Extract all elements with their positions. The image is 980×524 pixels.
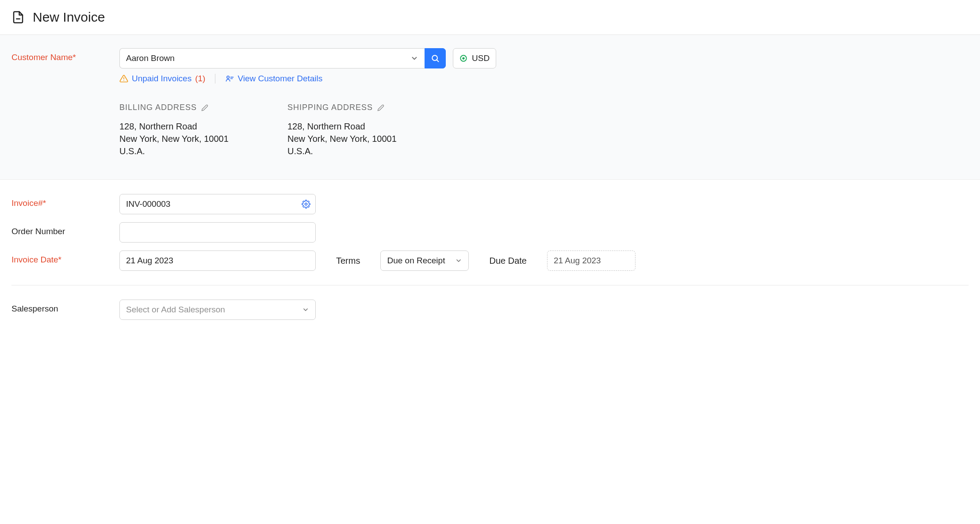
customer-name-label: Customer Name*	[11, 48, 119, 62]
terms-select[interactable]: Due on Receipt	[380, 251, 469, 271]
due-date-value: 21 Aug 2023	[554, 256, 601, 266]
due-date-label: Due Date	[489, 256, 527, 266]
billing-address-block: BILLING ADDRESS 128, Northern Road New Y…	[119, 103, 261, 157]
salesperson-label: Salesperson	[11, 300, 119, 314]
terms-value: Due on Receipt	[387, 256, 451, 266]
search-icon	[431, 54, 440, 63]
billing-line3: U.S.A.	[119, 145, 261, 157]
shipping-line1: 128, Northern Road	[287, 120, 429, 133]
gear-icon[interactable]	[301, 199, 311, 209]
invoice-details-section: Invoice#* Order Number Invoice Date* Ter…	[0, 180, 980, 338]
salesperson-select[interactable]: Select or Add Salesperson	[119, 300, 316, 320]
svg-point-4	[462, 57, 464, 59]
separator	[215, 74, 215, 84]
invoice-number-label: Invoice#*	[11, 194, 119, 208]
invoice-file-icon	[11, 11, 25, 24]
billing-line1: 128, Northern Road	[119, 120, 261, 133]
salesperson-placeholder: Select or Add Salesperson	[126, 305, 302, 315]
user-details-icon	[225, 74, 234, 83]
currency-selector[interactable]: USD	[453, 48, 496, 68]
chevron-down-icon	[302, 306, 309, 313]
shipping-line2: New York, New York, 10001	[287, 133, 429, 145]
unpaid-invoices-count: (1)	[195, 74, 205, 84]
svg-line-2	[437, 60, 439, 62]
billing-address-heading: BILLING ADDRESS	[119, 103, 197, 112]
customer-section: Customer Name* Aaron Brown	[0, 35, 980, 180]
currency-dot-icon	[459, 54, 467, 62]
edit-icon[interactable]	[377, 104, 384, 111]
invoice-number-input[interactable]	[119, 194, 316, 214]
view-customer-details-link[interactable]: View Customer Details	[225, 74, 322, 84]
page-title: New Invoice	[33, 10, 105, 25]
terms-label: Terms	[336, 256, 360, 266]
order-number-label: Order Number	[11, 222, 119, 236]
svg-point-7	[227, 76, 229, 78]
divider	[11, 285, 969, 285]
warning-icon	[119, 74, 128, 83]
shipping-address-heading: SHIPPING ADDRESS	[287, 103, 373, 112]
unpaid-invoices-link[interactable]: Unpaid Invoices (1)	[119, 74, 205, 84]
customer-name-select[interactable]: Aaron Brown	[119, 48, 425, 68]
billing-line2: New York, New York, 10001	[119, 133, 261, 145]
due-date-display[interactable]: 21 Aug 2023	[547, 251, 635, 271]
edit-icon[interactable]	[201, 104, 208, 111]
customer-search-button[interactable]	[425, 48, 446, 68]
view-customer-details-text: View Customer Details	[237, 74, 322, 84]
unpaid-invoices-text: Unpaid Invoices	[132, 74, 191, 84]
invoice-date-label: Invoice Date*	[11, 251, 119, 265]
chevron-down-icon	[455, 257, 462, 264]
invoice-date-input[interactable]	[119, 251, 316, 271]
currency-code: USD	[472, 53, 490, 63]
order-number-input[interactable]	[119, 222, 316, 243]
chevron-down-icon	[410, 54, 418, 62]
shipping-line3: U.S.A.	[287, 145, 429, 157]
svg-point-10	[305, 203, 307, 205]
shipping-address-block: SHIPPING ADDRESS 128, Northern Road New …	[287, 103, 429, 157]
customer-name-value: Aaron Brown	[126, 53, 410, 63]
page-header: New Invoice	[0, 0, 980, 35]
